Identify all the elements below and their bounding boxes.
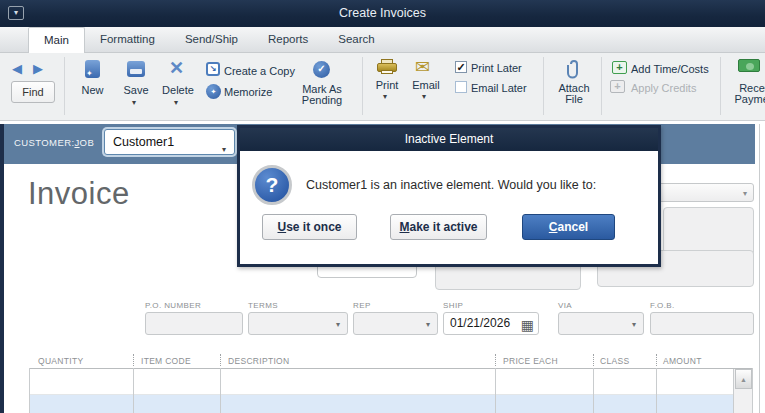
col-description: DESCRIPTION: [228, 356, 289, 366]
title-bar: ▾ Create Invoices: [0, 0, 765, 27]
dialog-message: Customer1 is an inactive element. Would …: [306, 178, 596, 192]
toolbar-separator: [720, 57, 721, 115]
find-button[interactable]: Find: [11, 81, 55, 103]
spark-icon: ✦: [86, 69, 93, 78]
email-button[interactable]: Email: [408, 79, 444, 91]
create-invoices-window: ▾ Create Invoices Main Formatting Send/S…: [0, 0, 765, 413]
attach-file-button[interactable]: Attach File: [554, 83, 594, 105]
dialog-title-bar[interactable]: Inactive Element: [240, 128, 658, 151]
cancel-button[interactable]: Cancel: [522, 214, 615, 240]
calendar-icon[interactable]: ▦: [521, 315, 534, 336]
add-time-costs-button[interactable]: Add Time/Costs: [631, 63, 709, 75]
table-scrollbar[interactable]: ▲: [733, 369, 752, 413]
email-caret-icon[interactable]: ▾: [422, 92, 426, 101]
ship-label: SHIP: [443, 301, 463, 310]
col-item-code: ITEM CODE: [141, 356, 191, 366]
label-rest: ancel: [557, 220, 588, 234]
tab-reports[interactable]: Reports: [253, 27, 323, 53]
scroll-up-icon[interactable]: ▲: [735, 369, 752, 389]
via-select[interactable]: ▾: [558, 312, 644, 335]
invoice-heading: Invoice: [28, 176, 130, 212]
table-right-border: [752, 368, 753, 413]
money-oval: [746, 63, 754, 70]
save-button[interactable]: Save: [116, 84, 156, 96]
memorize-icon[interactable]: ✦: [206, 84, 221, 99]
receive-payments-icon[interactable]: [738, 59, 760, 72]
save-caret-icon[interactable]: ▾: [132, 98, 136, 107]
forward-arrow-icon[interactable]: ▶: [33, 61, 43, 76]
col-price-each: PRICE EACH: [503, 356, 558, 366]
table-gridline: [133, 368, 134, 413]
terms-select[interactable]: ▾: [248, 312, 348, 335]
po-number-label: P.O. NUMBER: [145, 301, 201, 310]
fob-input[interactable]: [650, 312, 754, 335]
email-later-checkbox[interactable]: [455, 81, 467, 93]
print-later-label: Print Later: [471, 62, 522, 74]
customer-label-pre: CUSTOMER:: [14, 137, 74, 148]
toolbar-separator: [543, 57, 544, 115]
make-it-active-button[interactable]: Make it active: [390, 214, 487, 240]
tab-formatting[interactable]: Formatting: [85, 27, 170, 53]
ribbon-tab-bar: Main Formatting Send/Ship Reports Search: [0, 27, 765, 53]
template-dropdown[interactable]: ▾: [658, 183, 754, 202]
delete-button[interactable]: Delete: [157, 84, 199, 96]
tab-send-ship[interactable]: Send/Ship: [170, 27, 253, 53]
print-caret-icon[interactable]: ▾: [383, 92, 387, 101]
delete-icon[interactable]: ✕: [169, 57, 184, 79]
ship-date-value: 01/21/2026: [450, 316, 510, 330]
use-it-once-button[interactable]: Use it once: [262, 214, 357, 240]
rep-select[interactable]: ▾: [353, 312, 438, 335]
column-separator: [495, 354, 496, 366]
question-icon: ?: [252, 165, 292, 205]
create-copy-button[interactable]: Create a Copy: [224, 65, 295, 77]
tab-search[interactable]: Search: [323, 27, 389, 53]
toolbar-separator: [601, 57, 602, 115]
table-gridline: [656, 368, 657, 413]
customer-job-label: CUSTOMER:JOB: [14, 137, 94, 148]
po-number-input[interactable]: [145, 312, 243, 335]
save-icon[interactable]: [127, 61, 145, 77]
delete-caret-icon[interactable]: ▾: [174, 98, 178, 107]
window-left-border: [0, 124, 4, 413]
new-button[interactable]: New: [75, 84, 110, 96]
apply-credits-button: Apply Credits: [631, 82, 696, 94]
ship-date-input[interactable]: 01/21/2026 ▦: [443, 312, 539, 335]
mark-as-pending-button[interactable]: Mark As Pending: [296, 84, 348, 106]
mark-pending-icon[interactable]: ✓: [313, 61, 330, 78]
print-later-checkbox[interactable]: ✓: [455, 61, 467, 73]
receive-payments-button[interactable]: Receive Payments: [722, 83, 765, 105]
window-title: Create Invoices: [0, 6, 765, 20]
email-later-label: Email Later: [471, 82, 527, 94]
customer-label-post: OB: [80, 137, 95, 148]
print-icon[interactable]: [377, 59, 397, 75]
add-time-costs-icon[interactable]: +: [612, 61, 627, 74]
mnemonic: U: [277, 220, 286, 234]
back-arrow-icon[interactable]: ◀: [12, 61, 22, 76]
col-class: CLASS: [600, 356, 629, 366]
tab-main[interactable]: Main: [28, 27, 85, 53]
paperclip-icon[interactable]: [567, 58, 581, 79]
via-caret-icon[interactable]: ▾: [632, 320, 636, 329]
inactive-element-dialog: Inactive Element ? Customer1 is an inact…: [237, 125, 661, 267]
rep-caret-icon[interactable]: ▾: [426, 320, 430, 329]
email-icon[interactable]: ✉: [415, 60, 430, 74]
terms-caret-icon[interactable]: ▾: [336, 320, 340, 329]
table-top-border: [29, 368, 753, 369]
new-icon[interactable]: ✦: [85, 60, 100, 78]
table-gridline: [29, 368, 30, 413]
customer-job-value: Customer1: [113, 135, 174, 149]
label-rest: se it once: [286, 220, 341, 234]
customer-job-dropdown[interactable]: Customer1 ▾: [104, 129, 235, 155]
print-button[interactable]: Print: [372, 79, 402, 91]
label-rest: ake it active: [409, 220, 477, 234]
col-quantity: QUANTITY: [38, 356, 83, 366]
table-row[interactable]: [30, 395, 733, 413]
memorize-button[interactable]: Memorize: [224, 86, 272, 98]
col-amount: AMOUNT: [663, 356, 702, 366]
template-caret-icon[interactable]: ▾: [743, 189, 747, 198]
side-panel-splitter[interactable]: [759, 124, 760, 413]
column-separator: [656, 354, 657, 366]
customer-dropdown-caret-icon[interactable]: ▾: [222, 138, 226, 162]
create-copy-icon[interactable]: ↘: [206, 62, 220, 76]
main-toolbar: ◀ ▶ Find ✦ New Save ▾ ✕ Delete ▾ ↘ Creat…: [0, 53, 765, 121]
